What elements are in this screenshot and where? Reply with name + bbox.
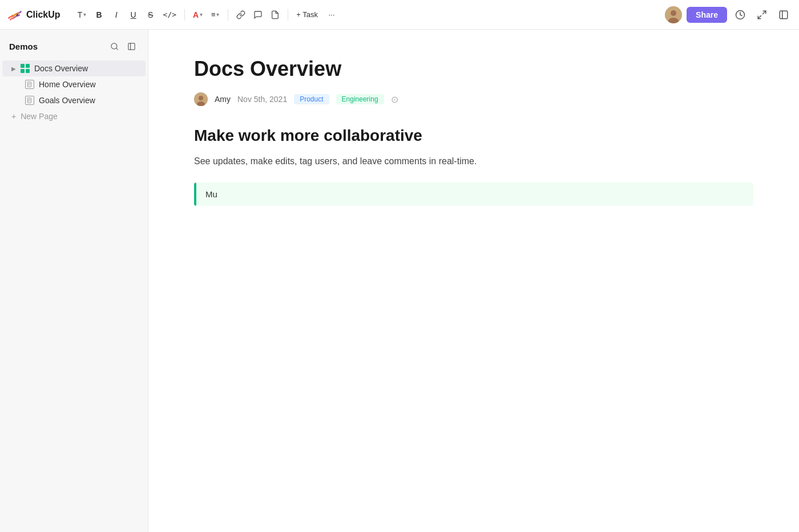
author-name: Amy [215,95,231,104]
new-page-button[interactable]: + New Page [2,108,146,124]
blockquote: Mu [194,182,753,206]
doc-icon [25,80,34,89]
sidebar-title: Demos [9,42,38,51]
sidebar-item-label: Docs Overview [34,64,136,73]
section-heading: Make work more collaborative [194,127,753,145]
separator-1 [184,9,185,21]
doc-icon [25,96,34,105]
tag-product[interactable]: Product [294,94,329,104]
history-button[interactable] [732,6,749,23]
share-button[interactable]: Share [687,7,727,23]
link-button[interactable] [233,7,249,23]
docs-icon [21,64,30,73]
align-button[interactable]: ≡ ▾ [207,7,223,23]
blockquote-text[interactable]: Mu [196,182,753,206]
svg-line-10 [116,48,118,50]
user-avatar[interactable] [665,6,682,23]
app-name: ClickUp [26,10,60,20]
document-title[interactable]: Docs Overview [194,57,753,81]
sidebar-item-label: Goals Overview [39,96,136,105]
tag-engineering[interactable]: Engineering [336,94,384,104]
document-date: Nov 5th, 2021 [237,95,287,104]
sidebar-toggle-button[interactable] [775,6,792,23]
color-group: A ▾ ≡ ▾ [189,7,223,23]
svg-line-6 [758,15,761,18]
insert-group [233,7,283,23]
document-meta: Amy Nov 5th, 2021 Product Engineering ⊙ [194,92,753,106]
format-group: T ▾ B I U S </> [74,7,180,23]
more-options-button[interactable]: ··· [324,7,340,23]
main-layout: Demos ▶ [0,30,799,532]
bold-button[interactable]: B [91,7,107,23]
add-task-button[interactable]: + Task [293,7,321,23]
sidebar-header: Demos [0,39,148,54]
sidebar-item-docs-overview[interactable]: ▶ Docs Overview [2,60,146,76]
separator-3 [288,9,288,21]
sidebar-item-goals-overview[interactable]: Goals Overview [2,92,146,108]
content-area: Docs Overview Amy Nov 5th, 2021 Product … [148,30,799,532]
underline-button[interactable]: U [126,7,142,23]
logo-area[interactable]: ClickUp [7,7,60,23]
svg-point-22 [199,96,203,100]
toolbar-right: Share [665,6,792,23]
sidebar-navigation: ▶ Docs Overview [0,60,148,124]
separator-2 [228,9,228,21]
text-format-button[interactable]: T ▾ [74,7,90,23]
expand-button[interactable] [753,6,770,23]
strikethrough-button[interactable]: S [143,7,159,23]
new-page-label: New Page [21,112,58,121]
more-meta-icon[interactable]: ⊙ [391,94,398,105]
comment-button[interactable] [250,7,266,23]
svg-point-2 [671,10,676,16]
code-button[interactable]: </> [160,7,180,23]
sidebar-item-home-overview[interactable]: Home Overview [2,76,146,92]
svg-rect-11 [128,43,134,49]
plus-icon: + [11,112,16,121]
sidebar: Demos ▶ [0,30,148,532]
embed-button[interactable] [267,7,283,23]
author-avatar [194,92,208,106]
sidebar-search-button[interactable] [107,39,122,54]
sidebar-item-label: Home Overview [39,80,136,89]
sidebar-header-icons [107,39,139,54]
sidebar-layout-button[interactable] [124,39,139,54]
section-body: See updates, make edits, tag users, and … [194,154,753,169]
svg-rect-7 [780,11,788,19]
svg-line-5 [763,11,766,14]
chevron-right-icon: ▶ [11,66,16,72]
italic-button[interactable]: I [108,7,124,23]
color-button[interactable]: A ▾ [189,7,206,23]
main-toolbar: ClickUp T ▾ B I U S </> A ▾ ≡ ▾ [0,0,799,30]
